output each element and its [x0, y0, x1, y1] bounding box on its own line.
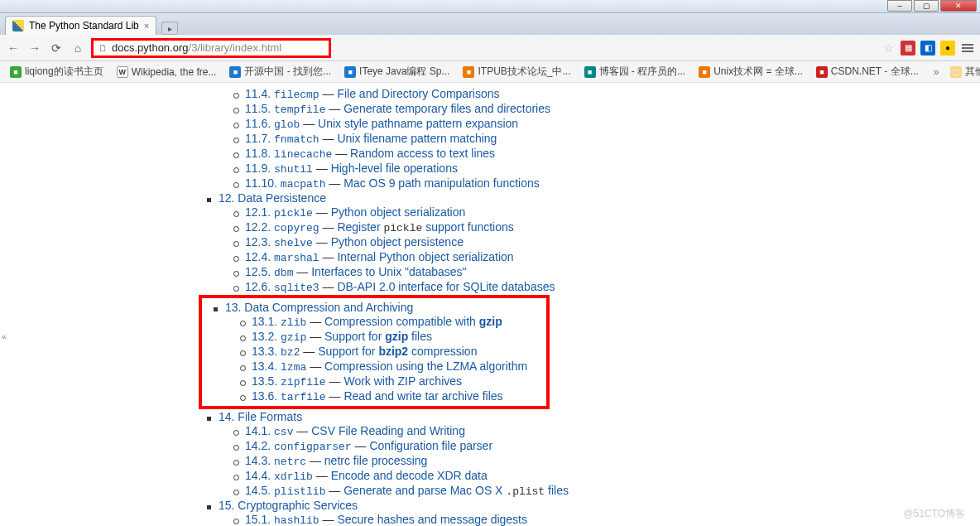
- bookmark-item[interactable]: ■Unix技术网 = 全球...: [694, 63, 808, 80]
- extension-icon[interactable]: ◧: [920, 41, 935, 55]
- toc-item[interactable]: 11.10. macpath — Mac OS 9 path manipulat…: [230, 176, 980, 191]
- toc-item[interactable]: 12.1. pickle — Python object serializati…: [230, 205, 980, 220]
- site-icon: ■: [816, 66, 828, 78]
- url-path: /3/library/index.html: [189, 41, 282, 54]
- toc-chapter[interactable]: 12. Data Persistence 12.1. pickle — Pyth…: [204, 191, 980, 294]
- site-icon: ■: [463, 66, 474, 78]
- tab-close-icon[interactable]: ×: [144, 21, 149, 31]
- reload-button[interactable]: ⟳: [48, 40, 65, 56]
- toc-content: 11.4. filecmp — File and Directory Compa…: [174, 83, 980, 526]
- toc-item[interactable]: 11.6. glob — Unix style pathname pattern…: [230, 117, 980, 131]
- bookmark-item[interactable]: ■ITeye Java编程 Sp...: [339, 63, 454, 80]
- bookmark-label: ITPUB技术论坛_中...: [478, 65, 570, 79]
- bookmark-label: CSDN.NET - 全球...: [831, 65, 919, 79]
- toc-chapter[interactable]: 14. File Formats 14.1. csv — CSV File Re…: [204, 410, 980, 498]
- toc-item[interactable]: 13.1. zlib — Compression compatible with…: [237, 315, 543, 329]
- bookmark-label: 开源中国 - 找到您...: [244, 65, 331, 79]
- bookmark-label: Wikipedia, the fre...: [132, 66, 217, 78]
- browser-tab-bar: The Python Standard Lib × ▸: [0, 13, 980, 35]
- menu-icon[interactable]: [960, 41, 975, 55]
- site-icon: ■: [344, 66, 356, 78]
- sidebar-collapse-icon[interactable]: «: [2, 331, 7, 341]
- toc-chapter[interactable]: 13. Data Compression and Archiving 13.1.…: [210, 301, 543, 403]
- forward-button[interactable]: →: [26, 40, 43, 56]
- toc-item[interactable]: 14.5. plistlib — Generate and parse Mac …: [230, 484, 980, 498]
- site-icon: ■: [584, 66, 596, 78]
- toc-item[interactable]: 14.4. xdrlib — Encode and decode XDR dat…: [230, 469, 980, 483]
- bookmark-label: Unix技术网 = 全球...: [713, 65, 803, 79]
- toc-item[interactable]: 14.1. csv — CSV File Reading and Writing: [230, 424, 980, 438]
- toc-item[interactable]: 14.3. netrc — netrc file processing: [230, 454, 980, 468]
- toc-item[interactable]: 13.4. lzma — Compression using the LZMA …: [237, 360, 543, 374]
- window-titlebar: – ▢ ✕: [0, 0, 980, 13]
- bookmark-item[interactable]: ■CSDN.NET - 全球...: [811, 63, 924, 80]
- python-favicon-icon: [12, 20, 24, 31]
- window-close-button[interactable]: ✕: [940, 0, 977, 12]
- toc-item[interactable]: 12.4. marshal — Internal Python object s…: [230, 250, 980, 264]
- bookmark-item[interactable]: ■开源中国 - 找到您...: [224, 63, 336, 80]
- window-maximize-button[interactable]: ▢: [914, 0, 939, 12]
- toc-item[interactable]: 11.5. tempfile — Generate temporary file…: [230, 102, 980, 116]
- toc-item[interactable]: 12.6. sqlite3 — DB-API 2.0 interface for…: [230, 280, 980, 294]
- toc-item[interactable]: 11.7. fnmatch — Unix filename pattern ma…: [230, 132, 980, 146]
- bookmark-item[interactable]: WWikipedia, the fre...: [112, 65, 222, 80]
- watermark: @51CTO博客: [903, 507, 965, 521]
- toc-item[interactable]: 14.2. configparser — Configuration file …: [230, 439, 980, 453]
- other-bookmarks-label: 其他书: [965, 65, 980, 79]
- tab-title: The Python Standard Lib: [29, 20, 139, 31]
- other-bookmarks-folder[interactable]: ▢ 其他书: [945, 63, 980, 80]
- home-button[interactable]: ⌂: [70, 40, 86, 56]
- highlighted-section: 13. Data Compression and Archiving 13.1.…: [199, 295, 550, 409]
- toc-item[interactable]: 12.2. copyreg — Register pickle support …: [230, 220, 980, 234]
- site-icon: ■: [699, 66, 710, 78]
- bookmark-label: liqiong的读书主页: [25, 65, 103, 79]
- bookmark-label: ITeye Java编程 Sp...: [359, 65, 449, 79]
- window-minimize-button[interactable]: –: [887, 0, 912, 12]
- bookmark-item[interactable]: ■博客园 - 程序员的...: [579, 63, 691, 80]
- toc-item[interactable]: 13.5. zipfile — Work with ZIP archives: [237, 374, 543, 388]
- page-viewport: « 11.4. filecmp — File and Directory Com…: [0, 83, 980, 526]
- bookmark-star-icon[interactable]: ☆: [881, 41, 896, 55]
- back-button[interactable]: ←: [5, 40, 22, 56]
- new-tab-button[interactable]: ▸: [161, 22, 178, 35]
- toc-item[interactable]: 11.4. filecmp — File and Directory Compa…: [230, 87, 980, 101]
- site-icon: ■: [229, 66, 241, 78]
- url-host: docs.python.org: [112, 41, 189, 54]
- extension-icon[interactable]: ▦: [901, 41, 915, 55]
- bookmark-label: 博客园 - 程序员的...: [599, 65, 686, 79]
- toc-item[interactable]: 11.8. linecache — Random access to text …: [230, 147, 980, 161]
- bookmarks-bar: ■liqiong的读书主页WWikipedia, the fre...■开源中国…: [0, 61, 980, 83]
- browser-tab[interactable]: The Python Standard Lib ×: [5, 16, 156, 35]
- toc-chapter[interactable]: 15. Cryptographic Services 15.1. hashlib…: [204, 499, 980, 526]
- toc-item[interactable]: 15.1. hashlib — Secure hashes and messag…: [230, 513, 980, 526]
- toc-item[interactable]: 11.9. shutil — High-level file operation…: [230, 162, 980, 176]
- address-bar[interactable]: 🗋 docs.python.org/3/library/index.html: [91, 38, 331, 58]
- site-icon: ■: [10, 66, 22, 78]
- bookmark-item[interactable]: ■liqiong的读书主页: [5, 63, 108, 80]
- toc-item[interactable]: 12.3. shelve — Python object persistence: [230, 235, 980, 249]
- extension-icon[interactable]: ●: [940, 41, 955, 55]
- browser-toolbar: ← → ⟳ ⌂ 🗋 docs.python.org/3/library/inde…: [0, 35, 980, 61]
- toc-item[interactable]: 12.5. dbm — Interfaces to Unix "database…: [230, 265, 980, 279]
- bookmarks-overflow-icon[interactable]: »: [930, 66, 943, 78]
- page-icon: 🗋: [98, 43, 108, 53]
- toc-item[interactable]: 13.6. tarfile — Read and write tar archi…: [237, 389, 543, 403]
- toc-item[interactable]: 13.2. gzip — Support for gzip files: [237, 330, 543, 344]
- toc-item[interactable]: 13.3. bz2 — Support for bzip2 compressio…: [237, 345, 543, 359]
- folder-icon: ▢: [950, 66, 962, 78]
- site-icon: W: [117, 66, 128, 78]
- bookmark-item[interactable]: ■ITPUB技术论坛_中...: [458, 63, 575, 80]
